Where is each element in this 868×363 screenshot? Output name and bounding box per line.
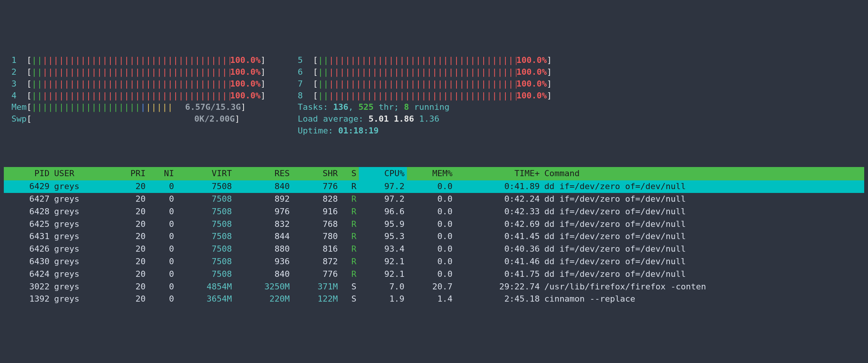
cell-ni: 0 bbox=[148, 243, 177, 255]
cpu-pct: 100.0% bbox=[516, 55, 547, 66]
col-res[interactable]: RES bbox=[234, 167, 292, 180]
cell-time: 0:41.45 bbox=[455, 230, 542, 243]
cell-res: 840 bbox=[234, 180, 292, 193]
cell-cpu: 92.1 bbox=[359, 268, 407, 281]
col-mem[interactable]: MEM% bbox=[407, 167, 455, 180]
col-s[interactable]: S bbox=[340, 167, 359, 180]
cell-cpu: 93.4 bbox=[359, 243, 407, 255]
cell-pid: 6427 bbox=[4, 193, 52, 206]
cell-pid: 6430 bbox=[4, 255, 52, 268]
col-user[interactable]: USER bbox=[52, 167, 110, 180]
cpu-pct: 100.0% bbox=[230, 90, 260, 102]
cell-user: greys bbox=[52, 243, 110, 255]
cell-s: S bbox=[340, 281, 359, 293]
cell-s: R bbox=[340, 255, 359, 268]
cell-pid: 6426 bbox=[4, 243, 52, 255]
cpu-pct: 100.0% bbox=[230, 66, 260, 78]
cpu-id: 5 bbox=[298, 55, 313, 66]
process-table[interactable]: PIDUSERPRINIVIRTRESSHRSCPU%MEM%TIME+Comm… bbox=[4, 167, 864, 305]
cell-cpu: 95.3 bbox=[359, 230, 407, 243]
mem-text: 6.57G/15.3G bbox=[185, 101, 241, 113]
cell-cmd: dd if=/dev/zero of=/dev/null bbox=[542, 243, 864, 255]
cell-res: 936 bbox=[234, 255, 292, 268]
table-header-row[interactable]: PIDUSERPRINIVIRTRESSHRSCPU%MEM%TIME+Comm… bbox=[4, 167, 864, 180]
cell-mem: 1.4 bbox=[407, 293, 455, 305]
cell-s: R bbox=[340, 243, 359, 255]
table-row[interactable]: 6430greys2007508936872R92.10.00:41.46dd … bbox=[4, 255, 864, 268]
swp-meter: Swp[0K/2.00G] bbox=[11, 113, 275, 125]
cell-user: greys bbox=[52, 268, 110, 281]
cell-pid: 6424 bbox=[4, 268, 52, 281]
cpu-meter-7: 7 [|||||||||||||||||||||||||||||||||||||… bbox=[298, 78, 561, 90]
cell-ni: 0 bbox=[148, 293, 177, 305]
table-body[interactable]: 6429greys2007508840776R97.20.00:41.89dd … bbox=[4, 180, 864, 305]
cell-ni: 0 bbox=[148, 255, 177, 268]
col-ni[interactable]: NI bbox=[148, 167, 177, 180]
load-line: Load average: 5.01 1.86 1.36 bbox=[298, 113, 561, 125]
table-row[interactable]: 6431greys2007508844780R95.30.00:41.45dd … bbox=[4, 230, 864, 243]
cell-cmd: /usr/lib/firefox/firefox -conten bbox=[542, 281, 864, 293]
cell-s: R bbox=[340, 193, 359, 206]
cell-time: 0:41.89 bbox=[455, 180, 542, 193]
cell-s: R bbox=[340, 230, 359, 243]
cell-time: 0:41.46 bbox=[455, 255, 542, 268]
col-pid[interactable]: PID bbox=[4, 167, 52, 180]
cell-cmd: dd if=/dev/zero of=/dev/null bbox=[542, 268, 864, 281]
cell-mem: 0.0 bbox=[407, 180, 455, 193]
cell-pri: 20 bbox=[110, 180, 148, 193]
col-cpu[interactable]: CPU% bbox=[359, 167, 407, 180]
cell-s: R bbox=[340, 180, 359, 193]
cell-pid: 3022 bbox=[4, 281, 52, 293]
cell-cmd: cinnamon --replace bbox=[542, 293, 864, 305]
cpu-id: 4 bbox=[11, 90, 27, 102]
cpu-meter-8: 8 [|||||||||||||||||||||||||||||||||||||… bbox=[298, 90, 561, 102]
cell-user: greys bbox=[52, 180, 110, 193]
cpu-id: 7 bbox=[298, 78, 313, 90]
cell-res: 976 bbox=[234, 206, 292, 218]
cell-pri: 20 bbox=[110, 218, 148, 231]
cell-res: 880 bbox=[234, 243, 292, 255]
cpu-meter-5: 5 [|||||||||||||||||||||||||||||||||||||… bbox=[298, 55, 561, 66]
cell-time: 0:42.33 bbox=[455, 206, 542, 218]
cell-s: R bbox=[340, 268, 359, 281]
cpu-id: 3 bbox=[11, 78, 27, 90]
table-row[interactable]: 6429greys2007508840776R97.20.00:41.89dd … bbox=[4, 180, 864, 193]
mem-meter: Mem[||||||||||||||||||||||||||6.57G/15.3… bbox=[11, 101, 275, 113]
cpu-id: 8 bbox=[298, 90, 313, 102]
cell-virt: 7508 bbox=[176, 193, 234, 206]
cell-shr: 916 bbox=[292, 206, 340, 218]
table-row[interactable]: 1392greys2003654M220M122MS1.91.42:45.18c… bbox=[4, 293, 864, 305]
col-virt[interactable]: VIRT bbox=[176, 167, 234, 180]
cell-mem: 0.0 bbox=[407, 193, 455, 206]
cell-virt: 4854M bbox=[176, 281, 234, 293]
cell-cmd: dd if=/dev/zero of=/dev/null bbox=[542, 193, 864, 206]
cell-ni: 0 bbox=[148, 218, 177, 231]
table-row[interactable]: 6428greys2007508976916R96.60.00:42.33dd … bbox=[4, 206, 864, 218]
cell-cpu: 96.6 bbox=[359, 206, 407, 218]
cell-cmd: dd if=/dev/zero of=/dev/null bbox=[542, 230, 864, 243]
table-row[interactable]: 6425greys2007508832768R95.90.00:42.69dd … bbox=[4, 218, 864, 231]
cell-cmd: dd if=/dev/zero of=/dev/null bbox=[542, 218, 864, 231]
cell-shr: 371M bbox=[292, 281, 340, 293]
col-shr[interactable]: SHR bbox=[292, 167, 340, 180]
cell-cpu: 97.2 bbox=[359, 180, 407, 193]
cell-ni: 0 bbox=[148, 206, 177, 218]
table-row[interactable]: 6426greys2007508880816R93.40.00:40.36dd … bbox=[4, 243, 864, 255]
cell-mem: 0.0 bbox=[407, 255, 455, 268]
col-time[interactable]: TIME+ bbox=[455, 167, 542, 180]
cell-time: 0:42.24 bbox=[455, 193, 542, 206]
cell-mem: 0.0 bbox=[407, 268, 455, 281]
col-command[interactable]: Command bbox=[542, 167, 864, 180]
table-row[interactable]: 6427greys2007508892828R97.20.00:42.24dd … bbox=[4, 193, 864, 206]
cpu-meter-6: 6 [|||||||||||||||||||||||||||||||||||||… bbox=[298, 66, 561, 78]
cell-pri: 20 bbox=[110, 268, 148, 281]
cell-pid: 6431 bbox=[4, 230, 52, 243]
table-row[interactable]: 3022greys2004854M3250M371MS7.020.729:22.… bbox=[4, 281, 864, 293]
table-row[interactable]: 6424greys2007508840776R92.10.00:41.75dd … bbox=[4, 268, 864, 281]
cpu-id: 1 bbox=[11, 55, 27, 66]
cell-shr: 816 bbox=[292, 243, 340, 255]
col-pri[interactable]: PRI bbox=[110, 167, 148, 180]
cell-virt: 7508 bbox=[176, 268, 234, 281]
cpu-meter-3: 3 [|||||||||||||||||||||||||||||||||||||… bbox=[11, 78, 275, 90]
cell-res: 840 bbox=[234, 268, 292, 281]
